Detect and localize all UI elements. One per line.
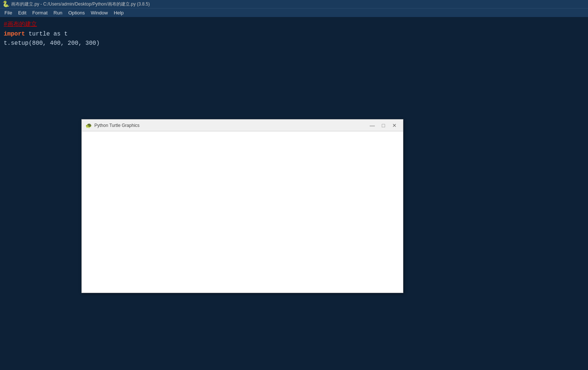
turtle-window-controls: — □ ✕: [367, 122, 399, 129]
menu-help[interactable]: Help: [111, 9, 127, 17]
menu-format[interactable]: Format: [29, 9, 50, 17]
menu-run[interactable]: Run: [51, 9, 65, 17]
keyword-as: as: [53, 31, 60, 37]
title-bar-text: 画布的建立.py - C:/Users/admin/Desktop/Python…: [11, 1, 150, 7]
code-turtle: turtle: [25, 31, 54, 37]
menu-edit[interactable]: Edit: [15, 9, 29, 17]
menu-file[interactable]: File: [1, 9, 15, 17]
menu-bar: File Edit Format Run Options Window Help: [0, 8, 588, 17]
turtle-graphics-window: 🐢 Python Turtle Graphics — □ ✕: [81, 119, 403, 293]
menu-options[interactable]: Options: [65, 9, 88, 17]
menu-window[interactable]: Window: [88, 9, 111, 17]
code-line-2: import turtle as t: [4, 30, 584, 39]
app-icon: 🐍: [3, 1, 9, 7]
turtle-canvas: [82, 131, 403, 293]
keyword-import: import: [4, 31, 25, 37]
turtle-title-text: Python Turtle Graphics: [94, 123, 364, 128]
turtle-close-button[interactable]: ✕: [390, 122, 399, 129]
code-var-t: t: [61, 31, 68, 37]
code-setup: t.setup(800, 400, 200, 300): [4, 40, 100, 47]
code-line-1: #画布的建立: [4, 20, 584, 30]
turtle-minimize-button[interactable]: —: [367, 122, 377, 129]
title-bar: 🐍 画布的建立.py - C:/Users/admin/Desktop/Pyth…: [0, 0, 588, 8]
turtle-title-bar: 🐢 Python Turtle Graphics — □ ✕: [82, 120, 403, 131]
turtle-maximize-button[interactable]: □: [379, 122, 388, 129]
turtle-icon: 🐢: [85, 122, 91, 128]
code-line-3: t.setup(800, 400, 200, 300): [4, 39, 584, 48]
